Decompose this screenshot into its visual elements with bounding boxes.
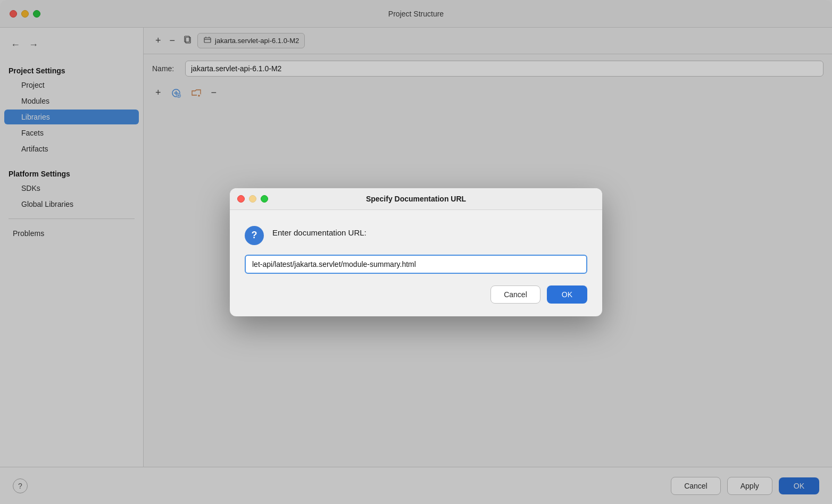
modal-buttons: Cancel OK [245, 285, 587, 304]
modal-overlay: Specify Documentation URL ? Enter docume… [0, 0, 832, 504]
modal-cancel-button[interactable]: Cancel [490, 285, 540, 304]
modal-maximize-button[interactable] [261, 195, 268, 203]
main-window: Project Structure ← → Project Settings P… [0, 0, 832, 504]
modal-help-icon: ? [245, 226, 264, 245]
modal-prompt-text: Enter documentation URL: [272, 225, 367, 237]
modal-minimize-button[interactable] [249, 195, 256, 203]
modal-ok-button[interactable]: OK [547, 285, 587, 304]
modal-body: ? Enter documentation URL: Cancel OK [230, 210, 602, 316]
modal-dialog: Specify Documentation URL ? Enter docume… [230, 188, 602, 316]
modal-title-bar: Specify Documentation URL [230, 188, 602, 210]
modal-url-input[interactable] [245, 255, 587, 274]
modal-title: Specify Documentation URL [366, 195, 466, 203]
modal-close-button[interactable] [237, 195, 245, 203]
modal-traffic-lights [237, 195, 268, 203]
modal-prompt-row: ? Enter documentation URL: [245, 225, 587, 245]
